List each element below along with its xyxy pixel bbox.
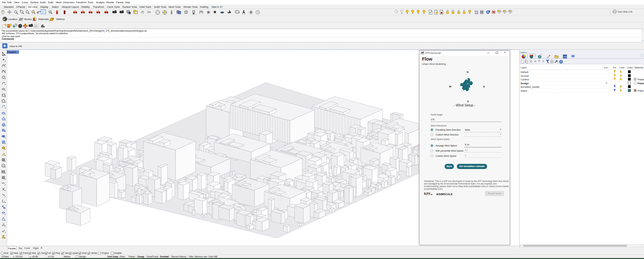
svg-text:2a: 2a	[147, 10, 151, 14]
svg-text:PD: PD	[564, 56, 567, 58]
